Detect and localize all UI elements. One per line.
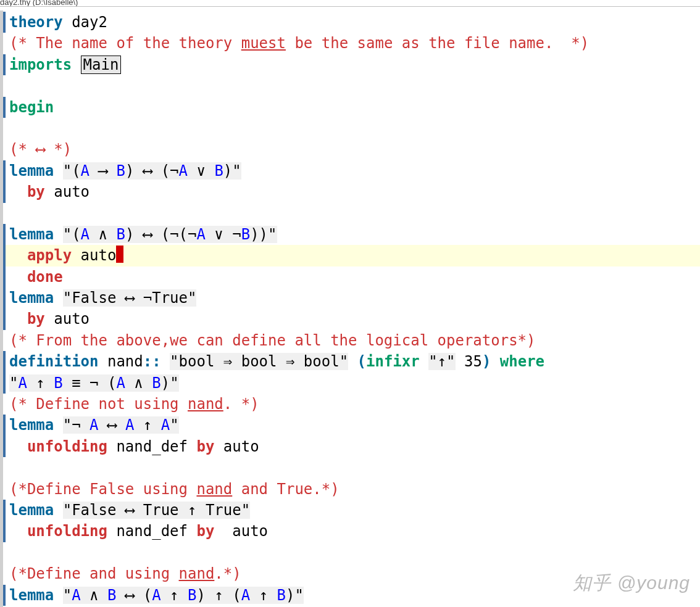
text-caret xyxy=(116,246,123,263)
kw-where: where xyxy=(500,353,544,370)
kw-by: by xyxy=(196,522,214,540)
code-editor[interactable]: theory day2 (* The name of the theory mu… xyxy=(0,10,700,607)
kw-lemma: lemma xyxy=(9,587,54,604)
code-line[interactable]: (* The name of the theory muest be the s… xyxy=(3,33,700,54)
comment-text: (*Define False using nand and True.*) xyxy=(9,481,340,498)
code-line[interactable]: by auto xyxy=(3,181,700,202)
code-line[interactable]: (* ⟷ *) xyxy=(3,139,700,160)
kw-definition: definition xyxy=(9,353,99,370)
inner-syntax: "A ∧ B ⟷ (A ↑ B) ↑ (A ↑ B)" xyxy=(63,587,304,604)
code-line[interactable]: unfolding nand_def by auto xyxy=(3,521,700,542)
import-main: Main xyxy=(81,56,122,74)
comment-text: (* From the above,we can define all the … xyxy=(9,332,536,349)
kw-lemma: lemma xyxy=(9,162,54,180)
kw-apply: apply xyxy=(27,247,72,264)
kw-done: done xyxy=(27,268,63,286)
inner-syntax: "False ⟷ ¬True" xyxy=(63,289,197,307)
code-line[interactable]: lemma "(A ∧ B) ⟷ (¬(¬A ∨ ¬B))" xyxy=(3,224,700,245)
code-line[interactable]: begin xyxy=(3,97,700,118)
kw-lemma: lemma xyxy=(9,416,54,434)
comment-text: (* ⟷ *) xyxy=(9,141,72,158)
kw-by: by xyxy=(27,310,45,328)
comment-text: (* Define not using nand. *) xyxy=(9,395,259,413)
code-line[interactable]: unfolding nand_def by auto xyxy=(3,436,700,457)
comment-text: (*Define and using nand.*) xyxy=(9,565,241,582)
code-line[interactable]: (* Define not using nand. *) xyxy=(3,394,700,415)
code-line[interactable]: lemma "¬ A ⟷ A ↑ A" xyxy=(3,415,700,436)
kw-lemma: lemma xyxy=(9,226,54,243)
code-line[interactable]: lemma "False ⟷ True ↑ True" xyxy=(3,500,700,521)
kw-by: by xyxy=(196,438,214,455)
code-line-active[interactable]: apply auto xyxy=(3,245,700,266)
kw-unfolding: unfolding xyxy=(27,522,107,540)
code-line[interactable]: "A ↑ B ≡ ¬ (A ∧ B)" xyxy=(3,373,700,394)
code-line[interactable]: by auto xyxy=(3,308,700,329)
code-line[interactable]: (*Define and using nand.*) xyxy=(3,563,700,584)
inner-syntax: "¬ A ⟷ A ↑ A" xyxy=(63,416,179,434)
kw-begin: begin xyxy=(9,99,54,116)
code-line[interactable]: done xyxy=(3,266,700,287)
comment-text: (* The name of the theory muest be the s… xyxy=(9,35,589,52)
kw-lemma: lemma xyxy=(9,502,54,519)
kw-imports: imports xyxy=(9,56,72,73)
inner-syntax: "(A ⟶ B) ⟷ (¬A ∨ B)" xyxy=(63,162,241,180)
code-line[interactable]: lemma "A ∧ B ⟷ (A ↑ B) ↑ (A ↑ B)" xyxy=(3,585,700,606)
code-line[interactable]: (* From the above,we can define all the … xyxy=(3,330,700,351)
inner-syntax: "(A ∧ B) ⟷ (¬(¬A ∨ ¬B))" xyxy=(63,226,277,243)
code-line[interactable]: imports Main xyxy=(3,54,700,75)
title-bar: day2.thy (D:\Isabelle\) xyxy=(0,0,700,7)
type-sig: "bool ⇒ bool ⇒ bool" xyxy=(170,353,348,370)
code-line[interactable]: lemma "(A ⟶ B) ⟷ (¬A ∨ B)" xyxy=(3,160,700,181)
code-line[interactable]: theory day2 xyxy=(3,12,700,33)
inner-syntax: "A ↑ B ≡ ¬ (A ∧ B)" xyxy=(9,374,179,392)
kw-unfolding: unfolding xyxy=(27,438,107,455)
inner-syntax: "False ⟷ True ↑ True" xyxy=(63,502,250,519)
code-line[interactable]: (*Define False using nand and True.*) xyxy=(3,479,700,500)
kw-theory: theory xyxy=(9,14,63,31)
title-text: day2.thy (D:\Isabelle\) xyxy=(0,0,78,7)
code-line[interactable]: lemma "False ⟷ ¬True" xyxy=(3,287,700,308)
kw-infixr: infixr xyxy=(366,353,420,370)
code-line[interactable]: definition nand:: "bool ⇒ bool ⇒ bool" (… xyxy=(3,351,700,372)
kw-by: by xyxy=(27,183,45,200)
kw-lemma: lemma xyxy=(9,289,54,307)
infix-symbol: "↑" xyxy=(428,353,455,370)
